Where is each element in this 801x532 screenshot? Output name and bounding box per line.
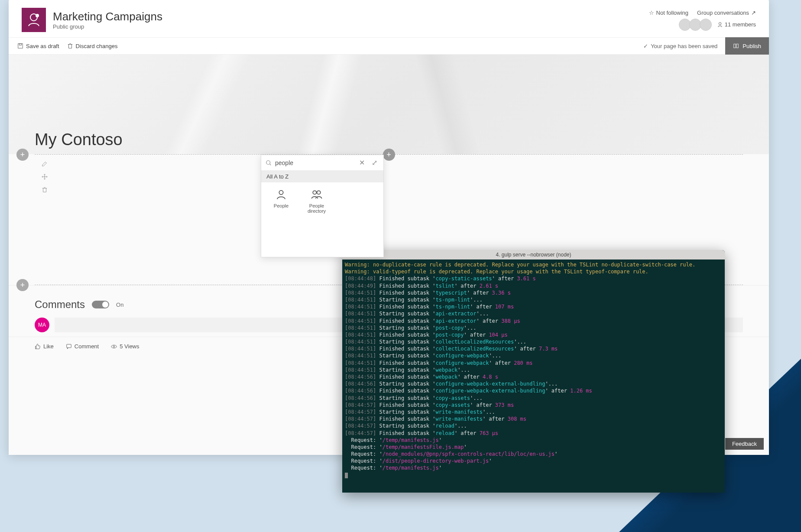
header-right: ☆ Not following Group conversations ↗ 11… [649,10,756,31]
group-conversations-label: Group conversations [697,10,749,16]
members-count: 11 members [725,21,756,28]
comment-label: Comment [75,343,99,350]
feedback-button[interactable]: Feedback [725,438,764,450]
current-user-avatar: MA [35,318,49,332]
webpart-side-tools [41,160,49,194]
not-following-label: Not following [656,10,688,16]
site-title[interactable]: Marketing Campaigns [53,10,162,23]
command-bar: Save as draft Discard changes ✓ Your pag… [9,37,769,55]
svg-point-13 [111,345,117,348]
person-icon [717,22,723,28]
publish-label: Publish [743,43,761,49]
delete-webpart-button[interactable] [41,186,49,194]
site-header: Marketing Campaigns Public group ☆ Not f… [9,0,769,37]
discard-icon [67,43,73,49]
svg-rect-6 [736,44,738,48]
toolbox-search-row: ✕ ⤢ [261,155,383,171]
svg-point-9 [279,191,283,195]
publish-icon [733,43,739,49]
webpart-item-label: People [274,203,289,208]
comments-title: Comments [35,298,85,311]
webpart-item-people-directory[interactable]: People directory [301,188,332,214]
discard-button[interactable]: Discard changes [67,43,118,49]
like-icon [35,344,41,350]
toolbox-category-header: All A to Z [261,171,383,182]
views-label: 5 Views [120,343,139,350]
add-section-button[interactable]: + [16,149,29,161]
comment-button[interactable]: Comment [66,343,99,350]
add-section-button[interactable]: + [16,279,29,291]
svg-rect-12 [67,344,71,347]
svg-point-1 [36,14,39,17]
page-title[interactable]: My Contoso [35,130,123,149]
save-status-label: Your page has been saved [651,43,717,49]
people-icon [311,188,323,201]
svg-point-11 [317,191,321,194]
check-icon: ✓ [643,43,648,49]
svg-point-7 [266,160,270,164]
expand-toolbox-button[interactable]: ⤢ [370,158,379,168]
save-draft-label: Save as draft [26,43,59,49]
svg-rect-5 [734,44,736,48]
discard-label: Discard changes [76,43,118,49]
hero-banner[interactable]: My Contoso [9,55,769,154]
terminal-output[interactable]: Warning: no-duplicate-case rule is depre… [342,260,725,493]
toolbox-grid: People People directory [261,182,383,257]
svg-point-10 [313,191,316,194]
webpart-item-label: People directory [301,203,332,214]
edit-webpart-button[interactable] [41,160,49,168]
members-row[interactable]: 11 members [682,19,756,31]
external-link-icon: ↗ [751,10,756,16]
clear-search-button[interactable]: ✕ [357,158,366,168]
terminal-titlebar[interactable]: 4. gulp serve --nobrowser (node) [342,250,725,260]
terminal-title: 4. gulp serve --nobrowser (node) [342,252,725,258]
site-subtitle: Public group [53,23,162,30]
not-following-link[interactable]: ☆ Not following [649,10,688,16]
comments-toggle-label: On [116,302,123,308]
publish-button[interactable]: Publish [725,37,769,55]
comments-toggle[interactable] [92,301,109,308]
comment-icon [66,344,72,350]
save-status: ✓ Your page has been saved [643,43,717,49]
site-title-block: Marketing Campaigns Public group [53,10,162,30]
save-draft-button[interactable]: Save as draft [17,43,59,49]
svg-rect-3 [18,44,23,49]
like-label: Like [43,343,54,350]
search-icon [266,160,272,166]
svg-point-2 [719,22,721,24]
star-icon: ☆ [649,10,654,16]
toolbox-search-input[interactable] [275,159,354,166]
like-button[interactable]: Like [35,343,54,350]
site-logo[interactable] [22,8,46,32]
member-avatar [700,19,712,31]
person-icon [275,188,287,201]
move-webpart-button[interactable] [41,173,49,181]
svg-rect-4 [19,44,21,45]
webpart-toolbox: ✕ ⤢ All A to Z People People directory [261,155,384,257]
save-icon [17,43,23,49]
logo-icon [25,11,42,29]
terminal-window: 4. gulp serve --nobrowser (node) Warning… [342,250,725,493]
views-icon [111,344,117,350]
group-conversations-link[interactable]: Group conversations ↗ [697,10,756,16]
views-indicator: 5 Views [111,343,139,350]
svg-point-14 [113,346,115,347]
svg-line-8 [270,164,271,165]
webpart-item-people[interactable]: People [266,188,297,214]
